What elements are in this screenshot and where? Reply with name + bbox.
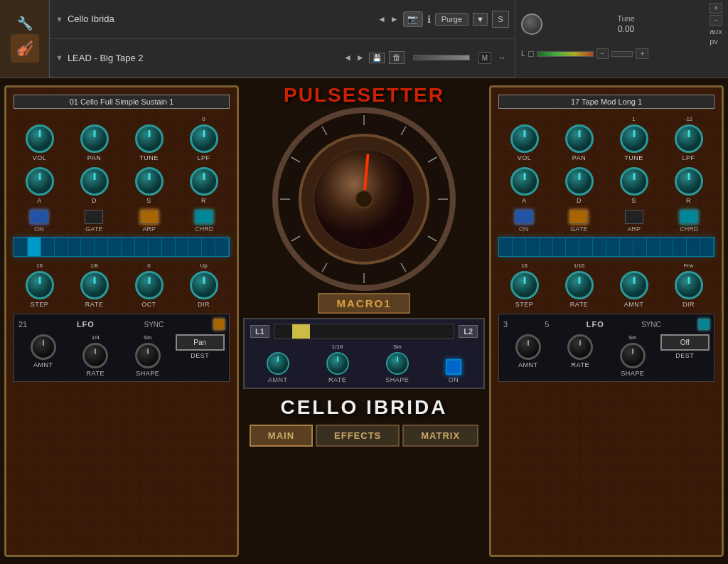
tune-knob-main[interactable] xyxy=(135,124,164,153)
r-seq-step-13[interactable] xyxy=(660,238,674,256)
oct-knob[interactable] xyxy=(135,271,164,299)
r-seq-step-14[interactable] xyxy=(673,238,687,256)
left-sequencer[interactable] xyxy=(14,237,230,257)
left-sync-btn[interactable] xyxy=(213,319,225,330)
r-arp-toggle[interactable] xyxy=(625,210,643,224)
lpf-knob[interactable] xyxy=(190,124,218,153)
save-patch-btn[interactable]: 💾 xyxy=(369,53,385,63)
r-r-knob[interactable] xyxy=(675,167,703,196)
r-d-knob[interactable] xyxy=(565,167,594,196)
r-seq-step-15[interactable] xyxy=(687,238,700,256)
seq-step-3[interactable] xyxy=(41,238,55,256)
seq-step-4[interactable] xyxy=(55,238,68,256)
r-lpf-knob[interactable] xyxy=(675,124,703,153)
main-dial-svg[interactable]: 0 2 4 6 8 10 xyxy=(272,107,456,292)
r-lfo-shape-knob[interactable] xyxy=(620,343,646,368)
r-tune-knob-main[interactable] xyxy=(620,124,648,153)
r-s-knob[interactable] xyxy=(620,167,648,196)
r-dir-knob[interactable] xyxy=(675,271,703,299)
seq-step-13[interactable] xyxy=(176,238,189,256)
seq-step-8[interactable] xyxy=(108,238,122,256)
d-knob[interactable] xyxy=(80,167,109,196)
seq-step-6[interactable] xyxy=(81,238,95,256)
r-seq-step-12[interactable] xyxy=(647,238,660,256)
seq-step-7[interactable] xyxy=(95,238,108,256)
seq-step-9[interactable] xyxy=(122,238,135,256)
next-patch-btn[interactable]: ► xyxy=(356,53,365,63)
seq-step-12[interactable] xyxy=(162,238,176,256)
center-shape-knob[interactable] xyxy=(386,352,409,375)
lfo-amnt-knob[interactable] xyxy=(31,334,56,360)
r-seq-step-2[interactable] xyxy=(513,238,526,256)
r-seq-step-10[interactable] xyxy=(620,238,633,256)
minus-btn[interactable]: − xyxy=(596,48,609,59)
r-seq-step-4[interactable] xyxy=(540,238,553,256)
r-on-toggle[interactable] xyxy=(515,210,533,224)
r-seq-step-16[interactable] xyxy=(700,238,714,256)
r-lfo-rate-knob[interactable] xyxy=(567,334,593,360)
chrd-toggle[interactable] xyxy=(195,210,213,224)
r-chrd-toggle[interactable] xyxy=(680,210,698,224)
r-a-knob[interactable] xyxy=(510,167,539,196)
solo-btn[interactable]: S xyxy=(492,11,509,28)
r-seq-step-7[interactable] xyxy=(579,238,593,256)
min-kontakt-btn[interactable]: − xyxy=(710,15,722,26)
close-kontakt-btn[interactable]: × xyxy=(710,3,722,14)
plus-btn[interactable]: + xyxy=(636,48,648,59)
a-knob[interactable] xyxy=(26,167,54,196)
r-seq-step-8[interactable] xyxy=(593,238,606,256)
effects-nav-btn[interactable]: EFFECTS xyxy=(316,425,400,447)
r-rate-knob[interactable] xyxy=(565,271,594,299)
right-sequencer[interactable] xyxy=(498,237,714,257)
macro1-label[interactable]: MACRO1 xyxy=(318,293,410,314)
lfo-dest-box[interactable]: Pan xyxy=(176,334,225,351)
r-seq-step-6[interactable] xyxy=(566,238,579,256)
r-vol-knob[interactable] xyxy=(510,124,539,153)
matrix-nav-btn[interactable]: MATRIX xyxy=(402,425,478,447)
lfo-shape-knob[interactable] xyxy=(135,343,161,368)
next-instrument-btn[interactable]: ► xyxy=(390,14,399,24)
r-lfo-amnt-knob[interactable] xyxy=(515,334,541,360)
r-seq-step-11[interactable] xyxy=(633,238,647,256)
arp-toggle[interactable] xyxy=(140,210,159,224)
seq-step-15[interactable] xyxy=(202,238,215,256)
vol-knob[interactable] xyxy=(26,124,54,153)
seq-step-10[interactable] xyxy=(135,238,149,256)
seq-step-16[interactable] xyxy=(215,238,229,256)
r-seq-step-9[interactable] xyxy=(606,238,620,256)
gate-toggle[interactable] xyxy=(85,210,103,224)
r-seq-step-5[interactable] xyxy=(553,238,567,256)
prev-instrument-btn[interactable]: ◄ xyxy=(378,14,386,24)
r-step-knob[interactable] xyxy=(510,271,539,299)
r-seq-step-3[interactable] xyxy=(526,238,540,256)
tune-knob[interactable] xyxy=(521,14,542,35)
seq-step-5[interactable] xyxy=(68,238,82,256)
prev-patch-btn[interactable]: ◄ xyxy=(343,53,352,63)
center-on-btn[interactable] xyxy=(446,359,461,375)
rate-knob[interactable] xyxy=(80,271,109,299)
right-sync-btn[interactable] xyxy=(698,319,710,330)
r-lfo-dest-box[interactable]: Off xyxy=(660,334,710,351)
seq-step-2[interactable] xyxy=(28,238,41,256)
purge-button[interactable]: Purge xyxy=(435,13,469,26)
seq-step-11[interactable] xyxy=(149,238,162,256)
pan-knob[interactable] xyxy=(80,124,109,153)
volume-bar[interactable] xyxy=(413,55,470,60)
center-rate-knob[interactable] xyxy=(326,352,349,375)
info-btn[interactable]: ℹ xyxy=(427,14,431,25)
main-nav-btn[interactable]: MAIN xyxy=(250,425,313,447)
r-gate-toggle[interactable] xyxy=(569,210,588,224)
r-knob[interactable] xyxy=(190,167,218,196)
link-btn[interactable] xyxy=(528,51,534,57)
on-toggle[interactable] xyxy=(30,210,48,224)
center-amnt-knob[interactable] xyxy=(267,352,289,375)
purge-dropdown-btn[interactable]: ▼ xyxy=(473,13,488,26)
lfo-rate-knob[interactable] xyxy=(82,343,108,368)
seq-step-1[interactable] xyxy=(14,238,28,256)
snapshot-btn[interactable]: 📷 xyxy=(403,11,423,27)
s-knob[interactable] xyxy=(135,167,164,196)
r-seq-step-1[interactable] xyxy=(499,238,513,256)
delete-patch-btn[interactable]: 🗑 xyxy=(389,51,405,64)
r-amnt-knob[interactable] xyxy=(620,271,648,299)
step-knob[interactable] xyxy=(26,271,54,299)
